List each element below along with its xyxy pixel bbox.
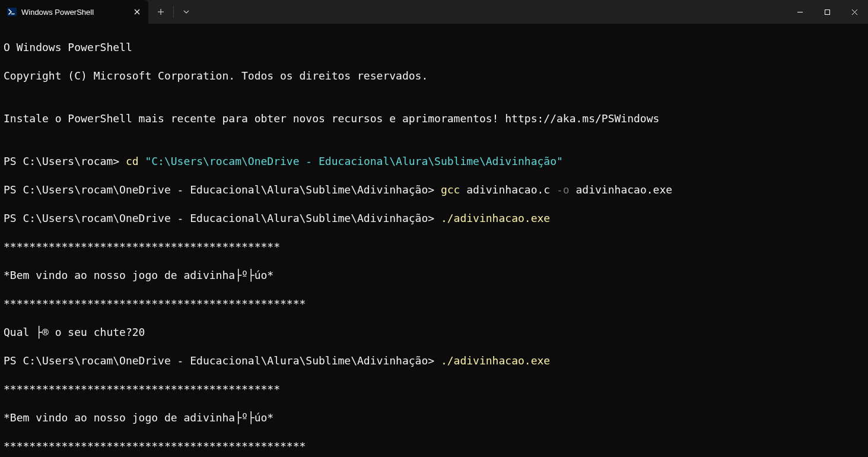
- command-line: PS C:\Users\rocam\OneDrive - Educacional…: [4, 183, 864, 197]
- output-line: ****************************************…: [4, 382, 864, 396]
- chevron-down-icon: [183, 8, 190, 15]
- terminal-output[interactable]: O Windows PowerShell Copyright (C) Micro…: [0, 24, 868, 457]
- powershell-icon: [7, 7, 17, 17]
- command-line: PS C:\Users\rocam> cd "C:\Users\rocam\On…: [4, 154, 864, 169]
- new-tab-button[interactable]: [151, 3, 171, 21]
- output-line: ****************************************…: [4, 439, 864, 453]
- maximize-icon: [824, 9, 831, 15]
- close-icon: [134, 9, 140, 15]
- tab-title: Windows PowerShell: [21, 8, 127, 17]
- tab-powershell[interactable]: Windows PowerShell: [0, 0, 148, 24]
- output-line: Copyright (C) Microsoft Corporation. Tod…: [4, 69, 864, 83]
- tab-dropdown-button[interactable]: [176, 3, 196, 21]
- close-tab-button[interactable]: [132, 7, 142, 17]
- minimize-icon: [797, 9, 803, 15]
- close-icon: [851, 9, 858, 15]
- output-line: Qual ├® o seu chute?20: [4, 325, 864, 339]
- output-line: O Windows PowerShell: [4, 40, 864, 55]
- window-titlebar: Windows PowerShell: [0, 0, 868, 24]
- divider: [173, 6, 174, 18]
- titlebar-actions: [148, 0, 196, 24]
- output-line: ****************************************…: [4, 240, 864, 254]
- command-line: PS C:\Users\rocam\OneDrive - Educacional…: [4, 354, 864, 368]
- maximize-button[interactable]: [813, 0, 841, 24]
- command-line: PS C:\Users\rocam\OneDrive - Educacional…: [4, 211, 864, 226]
- output-line: ****************************************…: [4, 297, 864, 311]
- plus-icon: [157, 8, 164, 15]
- window-controls: [786, 0, 868, 24]
- close-window-button[interactable]: [841, 0, 868, 24]
- output-line: *Bem vindo ao nosso jogo de adivinha├º├ú…: [4, 268, 864, 283]
- output-line: Instale o PowerShell mais recente para o…: [4, 112, 864, 126]
- titlebar-drag-region[interactable]: [196, 0, 786, 24]
- svg-rect-7: [825, 9, 829, 14]
- minimize-button[interactable]: [786, 0, 813, 24]
- output-line: *Bem vindo ao nosso jogo de adivinha├º├ú…: [4, 411, 864, 425]
- svg-rect-0: [7, 8, 17, 16]
